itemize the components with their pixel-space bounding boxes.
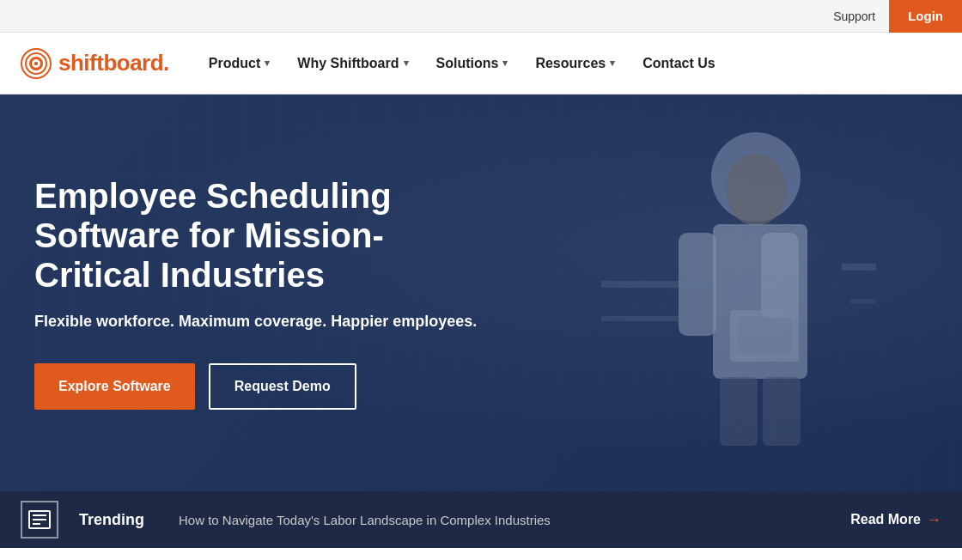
chevron-down-icon: ▾ bbox=[610, 58, 615, 69]
logo-text: shiftboard. bbox=[58, 50, 169, 76]
utility-bar: Support Login bbox=[0, 0, 962, 33]
hero-buttons: Explore Software Request Demo bbox=[34, 363, 498, 410]
svg-point-2 bbox=[34, 62, 38, 65]
nav-solutions[interactable]: Solutions ▾ bbox=[424, 49, 521, 78]
support-link[interactable]: Support bbox=[819, 9, 889, 23]
svg-point-1 bbox=[31, 58, 41, 69]
nav-contact-us[interactable]: Contact Us bbox=[630, 49, 727, 78]
read-more-link[interactable]: Read More → bbox=[850, 511, 941, 529]
logo-icon bbox=[21, 48, 52, 79]
nav-resources[interactable]: Resources ▾ bbox=[523, 49, 627, 78]
request-demo-button[interactable]: Request Demo bbox=[209, 363, 356, 410]
trending-article: How to Navigate Today's Labor Landscape … bbox=[179, 513, 830, 527]
news-icon bbox=[28, 510, 51, 529]
hero-subtitle: Flexible workforce. Maximum coverage. Ha… bbox=[34, 310, 498, 332]
svg-point-4 bbox=[726, 154, 786, 226]
login-button[interactable]: Login bbox=[889, 0, 962, 33]
trending-bar: Trending How to Navigate Today's Labor L… bbox=[0, 491, 962, 548]
main-nav: shiftboard. Product ▾ Why Shiftboard ▾ S… bbox=[0, 33, 962, 94]
svg-rect-9 bbox=[737, 317, 792, 355]
svg-rect-10 bbox=[720, 377, 758, 446]
trending-icon-box bbox=[21, 501, 58, 539]
svg-rect-7 bbox=[761, 233, 799, 319]
chevron-down-icon: ▾ bbox=[404, 58, 409, 69]
chevron-down-icon: ▾ bbox=[502, 58, 508, 69]
arrow-right-icon: → bbox=[926, 511, 941, 529]
nav-links: Product ▾ Why Shiftboard ▾ Solutions ▾ R… bbox=[197, 49, 941, 78]
explore-software-button[interactable]: Explore Software bbox=[34, 363, 195, 410]
hero-section: Employee Scheduling Software for Mission… bbox=[0, 94, 962, 491]
chevron-down-icon: ▾ bbox=[265, 58, 270, 69]
logo[interactable]: shiftboard. bbox=[21, 48, 169, 79]
svg-point-0 bbox=[26, 53, 46, 74]
nav-why-shiftboard[interactable]: Why Shiftboard ▾ bbox=[285, 49, 420, 78]
svg-rect-11 bbox=[763, 377, 801, 446]
hero-title: Employee Scheduling Software for Mission… bbox=[34, 176, 498, 295]
hero-content: Employee Scheduling Software for Mission… bbox=[0, 176, 533, 410]
trending-label: Trending bbox=[79, 511, 144, 529]
nav-product[interactable]: Product ▾ bbox=[197, 49, 282, 78]
hero-image bbox=[515, 94, 962, 491]
